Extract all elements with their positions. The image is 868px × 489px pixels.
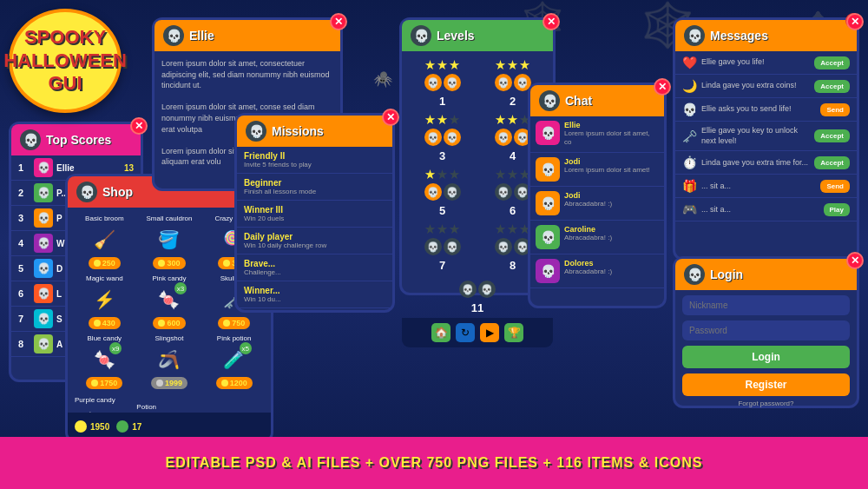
register-button[interactable]: Register bbox=[682, 373, 850, 396]
avatar: 💀 bbox=[34, 334, 53, 354]
login-title: Login bbox=[710, 268, 743, 281]
gift-icon-msg: 🎁 bbox=[682, 179, 697, 193]
avatar: 💀 bbox=[34, 309, 53, 328]
star-filled bbox=[437, 60, 448, 70]
send-button-2[interactable]: Send bbox=[820, 180, 850, 193]
avatar: 💀 bbox=[34, 208, 53, 228]
messages-title: Messages bbox=[710, 29, 768, 43]
message-item-2: 🌙 Linda gave you extra coins! Accept bbox=[675, 75, 857, 98]
missions-panel: 💀 Missions ✕ Friendly II Invite 5 friend… bbox=[234, 113, 395, 313]
shop-item-broom[interactable]: Basic broom 🧹 250 bbox=[75, 215, 135, 269]
shop-item-slingshot[interactable]: Slingshot 🪃 1999 bbox=[140, 334, 200, 389]
shop-item-cauldron[interactable]: Small cauldron 🪣 300 bbox=[140, 215, 200, 269]
mission-beginner: Beginner Finish all lessons mode bbox=[237, 174, 392, 201]
top-scores-close[interactable]: ✕ bbox=[130, 117, 148, 135]
nickname-field[interactable] bbox=[682, 295, 850, 315]
skull-icon-messages: 💀 bbox=[684, 25, 705, 46]
accept-button-2[interactable]: Accept bbox=[814, 80, 850, 93]
accept-button-1[interactable]: Accept bbox=[814, 56, 850, 69]
missions-title: Missions bbox=[272, 124, 324, 138]
nav-refresh-icon[interactable]: ↻ bbox=[456, 323, 475, 342]
accept-button-4[interactable]: Accept bbox=[814, 156, 850, 169]
avatar: 💀 bbox=[34, 183, 53, 202]
login-close[interactable]: ✕ bbox=[846, 252, 864, 269]
chat-panel: 💀 Chat ✕ 💀 Ellie Lorem ipsum dolor sit a… bbox=[528, 83, 667, 308]
send-button-1[interactable]: Send bbox=[820, 103, 850, 116]
missions-header: 💀 Missions ✕ bbox=[237, 116, 392, 147]
shop-item-bluecandy[interactable]: Blue candy 🍬x9 1750 bbox=[75, 334, 135, 389]
skull-icon-chat: 💀 bbox=[539, 90, 560, 111]
chat-close[interactable]: ✕ bbox=[654, 78, 671, 96]
missions-close[interactable]: ✕ bbox=[382, 109, 399, 126]
avatar: 💀 bbox=[536, 157, 560, 182]
login-button[interactable]: Login bbox=[682, 346, 850, 368]
ellie-header: 💀 Ellie ✕ bbox=[155, 20, 340, 51]
slingshot-price: 1999 bbox=[151, 377, 187, 389]
mission-winner2: Winner... Win 10 du... bbox=[237, 281, 392, 308]
avatar: 💀 bbox=[536, 259, 560, 283]
mission-friendly: Friendly II Invite 5 friends to play bbox=[237, 147, 392, 174]
shop-title: Shop bbox=[102, 185, 133, 199]
coin-icon bbox=[75, 420, 87, 433]
avatar: 💀 bbox=[536, 121, 560, 145]
nav-home-icon[interactable]: 🏠 bbox=[431, 323, 450, 342]
chat-message-3: 💀 Jodi Abracadabra! :) bbox=[530, 187, 664, 221]
password-field[interactable] bbox=[682, 320, 850, 340]
levels-header: 💀 Levels ✕ bbox=[402, 20, 553, 51]
time-icon-msg: ⏱️ bbox=[682, 155, 697, 169]
avatar: 💀 bbox=[34, 234, 53, 253]
level-item-5[interactable]: 💀 💀 5 bbox=[411, 169, 474, 217]
level-item-11[interactable]: 💀 💀 11 bbox=[459, 281, 496, 314]
chat-title: Chat bbox=[565, 94, 592, 108]
skull-icon-scores: 💀 bbox=[20, 129, 41, 150]
shop-item-wand[interactable]: Magic wand ⚡ 430 bbox=[75, 274, 135, 329]
shop-item-potion[interactable]: Pink potion 🧪x5 1200 bbox=[204, 334, 264, 389]
avatar: 💀 bbox=[34, 284, 53, 303]
message-item-7: 🎮 ... sit a... Play bbox=[675, 198, 857, 221]
nav-trophy-icon[interactable]: 🏆 bbox=[504, 323, 523, 342]
ellie-close[interactable]: ✕ bbox=[330, 13, 347, 30]
ellie-title: Ellie bbox=[189, 29, 214, 43]
gem-icon bbox=[116, 420, 128, 433]
avatar: 💀 bbox=[536, 225, 560, 249]
play-button-msg[interactable]: Play bbox=[824, 203, 850, 216]
levels-close[interactable]: ✕ bbox=[542, 13, 560, 30]
forgot-password-link[interactable]: Forgot password? bbox=[675, 400, 857, 407]
chat-message-1: 💀 Ellie Lorem ipsum dolor sit amet, co bbox=[530, 116, 664, 153]
message-item-6: 🎁 ... sit a... Send bbox=[675, 175, 857, 198]
spider-2: 🕷️ bbox=[373, 69, 392, 89]
shop-item-pinkcandy[interactable]: Pink candy 🍬x3 600 bbox=[140, 274, 200, 329]
avatar: 💀 bbox=[536, 191, 560, 215]
skull-active: 💀 bbox=[424, 74, 442, 91]
star-filled bbox=[508, 60, 518, 70]
spooky-logo: SPOOKY HALLOWEEN GUI bbox=[9, 9, 130, 130]
login-panel: 💀 Login ✕ Login Register Forgot password… bbox=[673, 256, 859, 408]
accept-button-3[interactable]: Accept bbox=[814, 129, 850, 142]
top-scores-title: Top Scores bbox=[46, 133, 111, 147]
skull-active: 💀 bbox=[444, 74, 461, 91]
bottom-banner: EDITABLE PSD & AI FILES + OVER 750 PNG F… bbox=[0, 437, 868, 489]
message-item-5: ⏱️ Linda gave you extra time for... Acce… bbox=[675, 151, 857, 175]
nav-play-icon[interactable]: ▶ bbox=[480, 323, 499, 342]
mission-daily: Daily player Win 10 daily challenge row bbox=[237, 228, 392, 254]
level-item-1[interactable]: 💀 💀 1 bbox=[411, 60, 474, 108]
play-icon-msg: 🎮 bbox=[682, 202, 697, 216]
login-header: 💀 Login ✕ bbox=[675, 259, 857, 290]
level-item-3[interactable]: 💀 💀 3 bbox=[411, 115, 474, 162]
level-item-7[interactable]: 💀 💀 7 bbox=[411, 224, 474, 272]
messages-close[interactable]: ✕ bbox=[846, 13, 864, 30]
message-item-4: 🗝️ Ellie gave you key to unlock next lev… bbox=[675, 122, 857, 151]
levels-title: Levels bbox=[437, 29, 475, 43]
avatar: 💀 bbox=[34, 259, 53, 278]
key-icon-msg: 🗝️ bbox=[682, 129, 697, 143]
chat-header: 💀 Chat ✕ bbox=[530, 85, 664, 116]
skull-icon-login: 💀 bbox=[684, 264, 705, 285]
messages-panel: 💀 Messages 3 ✕ ❤️ Ellie gave you life! A… bbox=[673, 17, 859, 261]
chat-message-2: 💀 Jodi Lorem ipsum dolor sit amet! bbox=[530, 153, 664, 187]
chat-message-5: 💀 Dolores Abracadabra! :) bbox=[530, 254, 664, 288]
messages-header: 💀 Messages 3 ✕ bbox=[675, 20, 857, 51]
skull-icon-shop: 💀 bbox=[76, 182, 97, 202]
mission-winner: Winner III Win 20 duels bbox=[237, 201, 392, 228]
star-filled bbox=[425, 60, 436, 70]
skull-icon-levels: 💀 bbox=[411, 25, 431, 46]
